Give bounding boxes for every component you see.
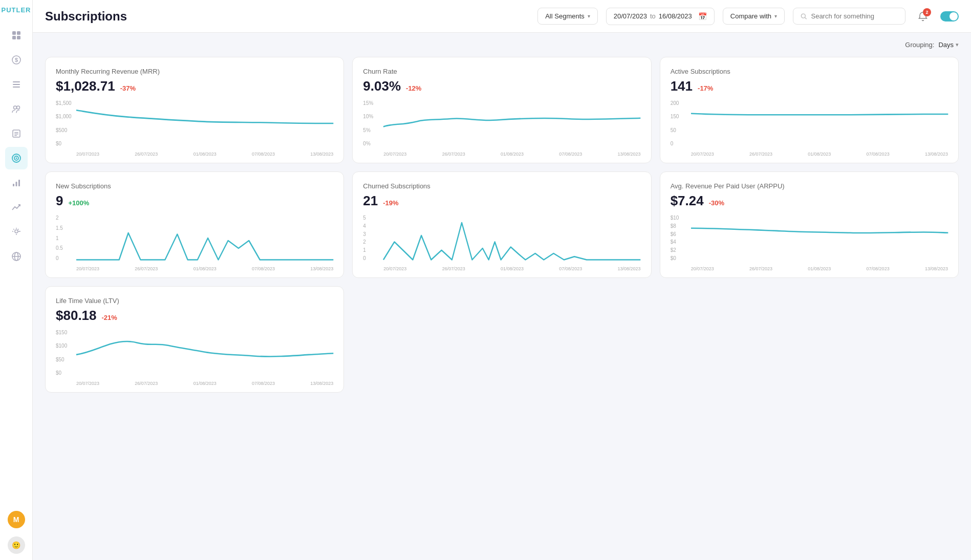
sidebar-item-goals[interactable]: [5, 221, 28, 243]
compare-chevron-icon: ▾: [774, 13, 777, 19]
mrr-card: Monthly Recurring Revenue (MRR) $1,028.7…: [45, 57, 344, 163]
sidebar-item-revenue[interactable]: $: [5, 49, 28, 71]
churn-card: Churn Rate 9.03% -12% 15%10%5%0%: [352, 57, 651, 163]
sidebar-item-list[interactable]: [5, 122, 28, 145]
new-subs-title: New Subscriptions: [56, 182, 333, 190]
svg-rect-8: [13, 87, 20, 88]
middle-cards-grid: New Subscriptions 9 +100% 21.510.50: [45, 171, 959, 278]
active-subs-dates: 20/07/202326/07/202301/08/202307/08/2023…: [691, 152, 948, 157]
compare-dropdown[interactable]: Compare with ▾: [723, 8, 785, 25]
churn-value: 9.03%: [363, 78, 401, 94]
grouping-value: Days: [938, 41, 954, 49]
svg-rect-13: [14, 134, 18, 135]
arppu-value: $7.24: [671, 193, 704, 209]
date-from: 20/07/2023: [614, 12, 647, 20]
avatar-face[interactable]: 🙂: [8, 536, 25, 554]
svg-point-17: [15, 158, 17, 159]
churned-subs-chart-area: [383, 215, 640, 261]
churned-subs-value: 21: [363, 193, 378, 209]
page-title: Subscriptions: [45, 9, 127, 24]
svg-rect-18: [13, 184, 14, 186]
svg-rect-19: [15, 182, 17, 186]
search-box[interactable]: [793, 8, 905, 25]
app-logo: PUTLER: [2, 6, 31, 14]
svg-rect-12: [14, 132, 18, 133]
new-subs-value: 9: [56, 193, 63, 209]
date-range-picker[interactable]: 20/07/2023 to 16/08/2023 📅: [606, 8, 715, 25]
mrr-value: $1,028.71: [56, 78, 115, 94]
header: Subscriptions All Segments ▾ 20/07/2023 …: [33, 0, 971, 33]
churn-chart-area: [383, 100, 640, 146]
svg-rect-3: [17, 36, 20, 39]
sidebar: PUTLER $ M 🙂: [0, 0, 33, 560]
arppu-card: Avg. Revenue Per Paid User (ARPPU) $7.24…: [660, 171, 959, 278]
ltv-value: $80.18: [56, 308, 97, 324]
svg-text:$: $: [14, 57, 17, 63]
top-cards-grid: Monthly Recurring Revenue (MRR) $1,028.7…: [45, 57, 959, 163]
active-subs-title: Active Subscriptions: [671, 68, 948, 75]
search-input[interactable]: [811, 12, 898, 20]
ltv-card: Life Time Value (LTV) $80.18 -21% $150$1…: [45, 286, 344, 393]
svg-rect-0: [12, 31, 16, 35]
calendar-icon: 📅: [698, 12, 707, 20]
svg-rect-6: [13, 81, 20, 82]
compare-label: Compare with: [730, 12, 771, 20]
sidebar-item-dashboard[interactable]: [5, 24, 28, 47]
new-subs-dates: 20/07/202326/07/202301/08/202307/08/2023…: [76, 266, 333, 271]
svg-point-9: [13, 106, 16, 109]
arppu-y-labels: $10$8$6$4$2$0: [671, 215, 689, 261]
empty-slot-2: [660, 286, 959, 393]
active-subs-card: Active Subscriptions 141 -17% 200150500: [660, 57, 959, 163]
active-subs-value: 141: [671, 78, 693, 94]
sidebar-item-subscriptions[interactable]: [5, 147, 28, 169]
notification-badge: 2: [923, 8, 931, 16]
sidebar-item-reports[interactable]: [5, 73, 28, 96]
date-to: 16/08/2023: [659, 12, 692, 20]
churned-subs-y-labels: 543210: [363, 215, 381, 261]
ltv-y-labels: $150$100$50$0: [56, 330, 74, 376]
arppu-chart: $10$8$6$4$2$0 20/07/202326/07/202301/08/…: [671, 215, 948, 271]
mrr-title: Monthly Recurring Revenue (MRR): [56, 68, 333, 75]
churn-chart: 15%10%5%0% 20/07/202326/07/202301/08/202…: [363, 100, 640, 157]
sidebar-item-analytics[interactable]: [5, 171, 28, 194]
churned-subs-change: -19%: [383, 199, 398, 207]
sidebar-item-global[interactable]: [5, 245, 28, 268]
churn-dates: 20/07/202326/07/202301/08/202307/08/2023…: [383, 152, 640, 157]
churn-y-labels: 15%10%5%0%: [363, 100, 381, 146]
active-subs-chart: 200150500 20/07/202326/07/202301/08/2023…: [671, 100, 948, 157]
grouping-row: Grouping: Days ▾: [45, 41, 959, 49]
sidebar-item-customers[interactable]: [5, 98, 28, 120]
new-subs-chart: 21.510.50 20/07/202326/07/202301/08/2023…: [56, 215, 333, 271]
toggle-switch[interactable]: [940, 11, 959, 21]
grouping-label: Grouping:: [905, 41, 934, 49]
ltv-chart-area: [76, 330, 333, 376]
mrr-chart: $1,500$1,000$500$0 20/07/202326/07/20230…: [56, 100, 333, 157]
mrr-y-labels: $1,500$1,000$500$0: [56, 100, 74, 146]
arppu-dates: 20/07/202326/07/202301/08/202307/08/2023…: [691, 266, 948, 271]
arppu-change: -30%: [709, 199, 724, 207]
sidebar-item-trends[interactable]: [5, 196, 28, 219]
segment-chevron-icon: ▾: [588, 13, 590, 19]
churned-subs-title: Churned Subscriptions: [363, 182, 640, 190]
churned-subs-dates: 20/07/202326/07/202301/08/202307/08/2023…: [383, 266, 640, 271]
search-icon: [801, 13, 807, 20]
grouping-dropdown[interactable]: Days ▾: [938, 41, 959, 49]
ltv-change: -21%: [102, 314, 117, 321]
empty-slot-1: [352, 286, 651, 393]
notification-button[interactable]: 2: [914, 7, 932, 26]
svg-point-10: [16, 106, 19, 109]
ltv-dates: 20/07/202326/07/202301/08/202307/08/2023…: [76, 381, 333, 386]
grouping-chevron-icon: ▾: [956, 41, 959, 48]
segment-dropdown[interactable]: All Segments ▾: [537, 8, 598, 25]
churn-title: Churn Rate: [363, 68, 640, 75]
ltv-title: Life Time Value (LTV): [56, 297, 333, 305]
svg-point-21: [15, 230, 18, 233]
new-subs-y-labels: 21.510.50: [56, 215, 74, 261]
avatar-m[interactable]: M: [8, 511, 25, 528]
svg-point-25: [801, 14, 805, 18]
date-separator: to: [650, 12, 656, 20]
bottom-cards-grid: Life Time Value (LTV) $80.18 -21% $150$1…: [45, 286, 959, 393]
active-subs-chart-area: [691, 100, 948, 146]
mrr-dates: 20/07/202326/07/202301/08/202307/08/2023…: [76, 152, 333, 157]
svg-rect-1: [17, 31, 20, 35]
